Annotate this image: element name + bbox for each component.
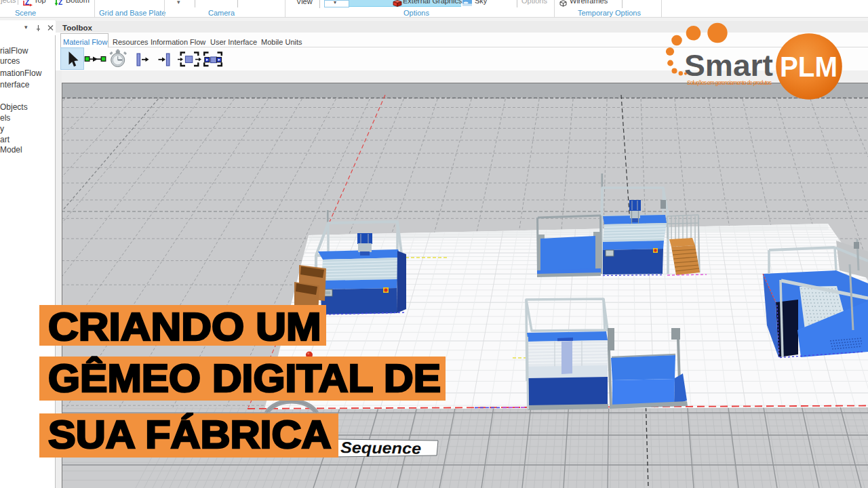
- svg-text:Soluções em gerenciamento de p: Soluções em gerenciamento de produtos: [687, 79, 772, 86]
- svg-text:Z: Z: [25, 0, 29, 6]
- svg-text:PLM: PLM: [780, 50, 837, 83]
- svg-text:Z: Z: [58, 0, 62, 6]
- svg-text:Smart: Smart: [684, 49, 773, 82]
